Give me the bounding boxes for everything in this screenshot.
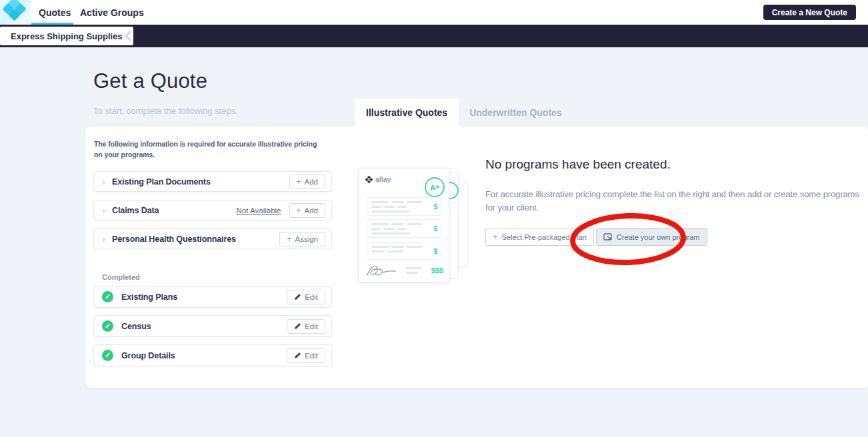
quote-tabs: Illustrative Quotes Underwritten Quotes <box>355 99 573 127</box>
create-your-own-program-button[interactable]: Create your own program <box>596 228 707 246</box>
card-label: Census <box>121 322 151 331</box>
card-existing-plan-documents[interactable]: › Existing Plan Documents + Add <box>93 171 332 192</box>
allay-logo-icon <box>0 0 31 25</box>
card-label: Claims Data <box>112 206 159 215</box>
chevron-left-icon[interactable] <box>124 31 132 44</box>
tab-illustrative-quotes[interactable]: Illustrative Quotes <box>355 99 459 127</box>
quote-line-item: $ <box>367 197 441 216</box>
pencil-icon <box>294 322 301 330</box>
add-button-label: Add <box>305 178 318 186</box>
edit-button-label: Edit <box>305 293 318 301</box>
allay-logo[interactable] <box>0 0 31 25</box>
quote-document-illustration: allay A+ $ $ <box>358 168 481 288</box>
add-claims-data-button[interactable]: + Add <box>289 203 325 218</box>
add-button-label: Add <box>305 207 318 215</box>
chevron-right-icon[interactable]: › <box>102 177 105 187</box>
placeholder-bars <box>371 206 437 208</box>
chevron-right-icon[interactable]: › <box>102 234 105 244</box>
pencil-icon <box>294 293 301 300</box>
card-label: Personal Health Questionnaires <box>112 234 236 244</box>
plus-icon: + <box>493 232 498 241</box>
placeholder-bars <box>371 223 437 225</box>
not-available-link[interactable]: Not Available <box>237 207 281 215</box>
active-tab-underline <box>31 23 73 25</box>
nav-tab-quotes-label: Quotes <box>39 7 71 18</box>
nav-tab-active-groups-label: Active Groups <box>80 7 144 18</box>
requirements-intro: The following information is required fo… <box>94 139 324 161</box>
select-prepackaged-plan-button[interactable]: + Select Pre-packaged Plan <box>485 228 594 246</box>
quote-line-item: $ <box>367 242 441 260</box>
plus-icon: + <box>287 235 291 243</box>
edit-group-details-button[interactable]: Edit <box>287 348 325 363</box>
nav-tab-quotes[interactable]: Quotes <box>39 0 71 25</box>
top-nav: Quotes Active Groups Create a New Quote <box>0 0 868 25</box>
group-name-chip[interactable]: Express Shipping Supplies <box>0 27 133 45</box>
card-label: Existing Plans <box>121 292 177 302</box>
tab-underwritten-quotes[interactable]: Underwritten Quotes <box>459 99 572 127</box>
dollar-amount: $ <box>433 247 437 254</box>
card-group-details-completed[interactable]: ✓ Group Details Edit <box>93 344 332 366</box>
grade-label: A+ <box>429 183 440 192</box>
nav-tab-active-groups[interactable]: Active Groups <box>80 0 144 25</box>
placeholder-bars <box>371 201 437 203</box>
dollar-amount: $ <box>433 203 437 211</box>
select-plan-label: Select Pre-packaged Plan <box>502 233 587 241</box>
page-title: Get a Quote <box>93 69 207 93</box>
quote-panel: The following information is required fo… <box>85 127 868 388</box>
empty-state-actions: + Select Pre-packaged Plan Create your o… <box>485 228 707 246</box>
check-glyph: ✓ <box>105 351 111 360</box>
placeholder-bars <box>371 228 437 230</box>
total-amount: $$$ <box>431 266 443 274</box>
chevron-right-icon[interactable]: › <box>102 205 105 215</box>
pencil-icon <box>294 352 301 359</box>
add-plan-documents-button[interactable]: + Add <box>289 175 325 189</box>
quote-sheet-front: allay A+ $ $ <box>358 168 449 282</box>
illustration-brand: allay <box>365 175 391 183</box>
edit-census-button[interactable]: Edit <box>287 319 325 334</box>
edit-button-label: Edit <box>305 352 318 360</box>
completed-heading: Completed <box>102 273 140 281</box>
app-window: Quotes Active Groups Create a New Quote … <box>0 0 868 437</box>
placeholder-bars <box>371 211 437 213</box>
card-claims-data[interactable]: › Claims Data Not Available + Add <box>93 200 332 220</box>
card-existing-plans-completed[interactable]: ✓ Existing Plans Edit <box>93 286 332 308</box>
placeholder-bars <box>371 246 437 248</box>
card-personal-health-questionnaires[interactable]: › Personal Health Questionnaires + Assig… <box>93 228 332 249</box>
create-program-label: Create your own program <box>617 233 700 241</box>
placeholder-bars <box>371 250 437 252</box>
brand-name: allay <box>375 175 391 183</box>
card-label: Existing Plan Documents <box>112 177 211 187</box>
signature-icon <box>365 262 397 278</box>
plus-icon: + <box>297 178 301 186</box>
edit-existing-plans-button[interactable]: Edit <box>287 290 325 304</box>
signature-row: $$$ <box>365 262 443 279</box>
assign-phq-button[interactable]: + Assign <box>279 232 325 246</box>
create-program-icon <box>603 233 613 241</box>
allay-clover-icon <box>365 176 373 183</box>
card-census-completed[interactable]: ✓ Census Edit <box>93 315 332 337</box>
check-icon: ✓ <box>102 320 113 332</box>
card-label: Group Details <box>121 351 175 360</box>
check-glyph: ✓ <box>105 292 111 301</box>
empty-state-title: No programs have been created. <box>485 157 671 172</box>
edit-button-label: Edit <box>305 322 318 330</box>
check-icon: ✓ <box>102 291 113 302</box>
empty-state-description: For accurate illustrative pricing comple… <box>485 188 868 215</box>
grade-badge: A+ <box>425 177 445 197</box>
group-bar: Express Shipping Supplies <box>0 25 868 47</box>
placeholder-bars <box>406 267 422 274</box>
check-glyph: ✓ <box>105 322 111 330</box>
plus-icon: + <box>297 207 301 215</box>
placeholder-bars <box>371 232 437 234</box>
page-subtitle: To start, complete the following steps. <box>93 106 238 116</box>
assign-button-label: Assign <box>295 235 318 243</box>
dollar-amount: $ <box>433 225 437 232</box>
create-new-quote-button[interactable]: Create a New Quote <box>763 5 856 20</box>
check-icon: ✓ <box>102 350 113 361</box>
quote-line-item: $ <box>367 219 441 238</box>
